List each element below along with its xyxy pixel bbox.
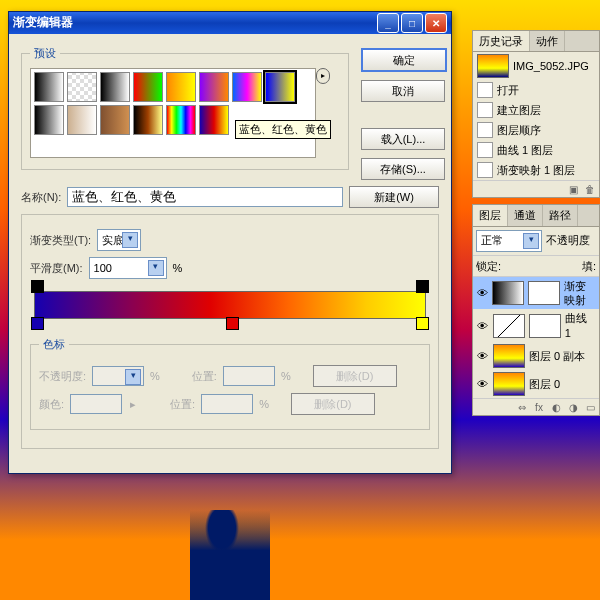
fill-label: 填: [582, 259, 596, 273]
name-input[interactable] [67, 187, 343, 207]
layer-row[interactable]: 👁图层 0 [473, 370, 599, 398]
percent-label: % [173, 261, 183, 275]
folder-icon[interactable]: ▭ [583, 401, 597, 413]
preset-swatch[interactable] [232, 72, 262, 102]
history-step-icon [477, 102, 493, 118]
adjustment-icon[interactable]: ◑ [566, 401, 580, 413]
link-icon[interactable]: ⇔ [515, 401, 529, 413]
opacity-pos-input [223, 366, 275, 386]
preset-swatch[interactable] [133, 72, 163, 102]
dialog-title: 渐变编辑器 [13, 15, 73, 31]
save-button[interactable]: 存储(S)... [361, 158, 445, 180]
visibility-icon[interactable]: 👁 [477, 286, 488, 300]
color-stop-blue[interactable] [31, 317, 44, 330]
preset-swatch[interactable] [199, 105, 229, 135]
history-step-icon [477, 142, 493, 158]
history-item[interactable]: 曲线 1 图层 [473, 140, 599, 160]
dialog-titlebar[interactable]: 渐变编辑器 _ □ ✕ [9, 12, 451, 34]
history-step-icon [477, 122, 493, 138]
layer-row[interactable]: 👁曲线 1 [473, 309, 599, 342]
stops-legend: 色标 [39, 337, 69, 351]
gradient-bar[interactable] [34, 291, 426, 319]
layer-name: 图层 0 副本 [529, 349, 585, 363]
preset-swatch[interactable] [265, 72, 295, 102]
history-step-icon [477, 82, 493, 98]
tab-actions[interactable]: 动作 [530, 31, 565, 51]
layer-thumb-icon [492, 281, 524, 305]
layer-row[interactable]: 👁渐变映射 [473, 277, 599, 310]
preset-swatch[interactable] [100, 72, 130, 102]
new-snapshot-icon[interactable]: ▣ [566, 183, 580, 195]
color-stop-label: 颜色: [39, 397, 64, 411]
preset-swatch[interactable] [100, 105, 130, 135]
color-stop-yellow[interactable] [416, 317, 429, 330]
preset-swatch[interactable] [67, 72, 97, 102]
load-button[interactable]: 载入(L)... [361, 128, 445, 150]
maximize-button[interactable]: □ [401, 13, 423, 33]
cancel-button[interactable]: 取消 [361, 80, 445, 102]
minimize-button[interactable]: _ [377, 13, 399, 33]
preset-swatch[interactable] [133, 105, 163, 135]
snapshot-thumb-icon [477, 54, 509, 78]
layer-name: 图层 0 [529, 377, 560, 391]
history-item[interactable]: 渐变映射 1 图层 [473, 160, 599, 180]
tab-history[interactable]: 历史记录 [473, 31, 530, 51]
visibility-icon[interactable]: 👁 [477, 377, 489, 391]
preset-swatch[interactable] [67, 105, 97, 135]
background-figure [190, 510, 270, 600]
ok-button[interactable]: 确定 [361, 48, 447, 72]
layer-name: 渐变映射 [564, 279, 595, 308]
lock-label: 锁定: [476, 259, 501, 273]
history-item[interactable]: 打开 [473, 80, 599, 100]
name-label: 名称(N): [21, 190, 61, 204]
history-item[interactable]: 图层顺序 [473, 120, 599, 140]
mask-icon[interactable]: ◐ [549, 401, 563, 413]
presets-fieldset: 预设 蓝色、红色、黄色 ▸ [21, 46, 349, 170]
preset-swatch[interactable] [34, 105, 64, 135]
layer-thumb-icon [493, 314, 525, 338]
color-swatch-input [70, 394, 122, 414]
gradient-type-label: 渐变类型(T): [30, 233, 91, 247]
layer-thumb-icon [493, 344, 525, 368]
visibility-icon[interactable]: 👁 [477, 349, 489, 363]
gradient-type-select[interactable]: 实底 [97, 229, 141, 251]
opacity-stop-left[interactable] [31, 280, 44, 293]
stops-fieldset: 色标 不透明度: % 位置: % 删除(D) 颜色: ▸ 位置: % [30, 337, 430, 430]
opacity-label: 不透明度 [546, 233, 590, 247]
opacity-stop-input [92, 366, 144, 386]
layer-thumb-icon [493, 372, 525, 396]
layer-mask-icon [529, 314, 561, 338]
opacity-pos-label: 位置: [192, 369, 217, 383]
color-stop-red[interactable] [226, 317, 239, 330]
tab-paths[interactable]: 路径 [543, 205, 578, 225]
gradient-editor-dialog: 渐变编辑器 _ □ ✕ 预设 蓝色、红色、黄色 ▸ 确定 取消 载入(L)... [8, 11, 452, 474]
layer-row[interactable]: 👁图层 0 副本 [473, 342, 599, 370]
flyout-icon[interactable]: ▸ [316, 68, 330, 84]
tab-channels[interactable]: 通道 [508, 205, 543, 225]
opacity-stop-right[interactable] [416, 280, 429, 293]
preset-swatch[interactable] [199, 72, 229, 102]
presets-legend: 预设 [30, 46, 60, 60]
preset-swatches[interactable]: 蓝色、红色、黄色 [30, 68, 316, 158]
history-item[interactable]: 建立图层 [473, 100, 599, 120]
trash-icon[interactable]: 🗑 [583, 183, 597, 195]
history-snapshot[interactable]: IMG_5052.JPG [473, 52, 599, 80]
preset-swatch[interactable] [166, 105, 196, 135]
color-pos-input [201, 394, 253, 414]
gradient-settings-fieldset: 渐变类型(T): 实底 平滑度(M): 100 % 色标 不透明度: % [21, 214, 439, 449]
swatch-tooltip: 蓝色、红色、黄色 [235, 120, 316, 138]
preset-swatch[interactable] [34, 72, 64, 102]
smoothness-input[interactable]: 100 [89, 257, 167, 279]
tab-layers[interactable]: 图层 [473, 205, 508, 225]
close-button[interactable]: ✕ [425, 13, 447, 33]
visibility-icon[interactable]: 👁 [477, 319, 489, 333]
layer-name: 曲线 1 [565, 311, 595, 340]
opacity-stop-label: 不透明度: [39, 369, 86, 383]
new-button[interactable]: 新建(W) [349, 186, 439, 208]
delete-opacity-button: 删除(D) [313, 365, 397, 387]
preset-swatch[interactable] [166, 72, 196, 102]
delete-color-button: 删除(D) [291, 393, 375, 415]
blend-mode-select[interactable]: 正常 [476, 230, 542, 252]
layer-mask-icon [528, 281, 560, 305]
fx-icon[interactable]: fx [532, 401, 546, 413]
